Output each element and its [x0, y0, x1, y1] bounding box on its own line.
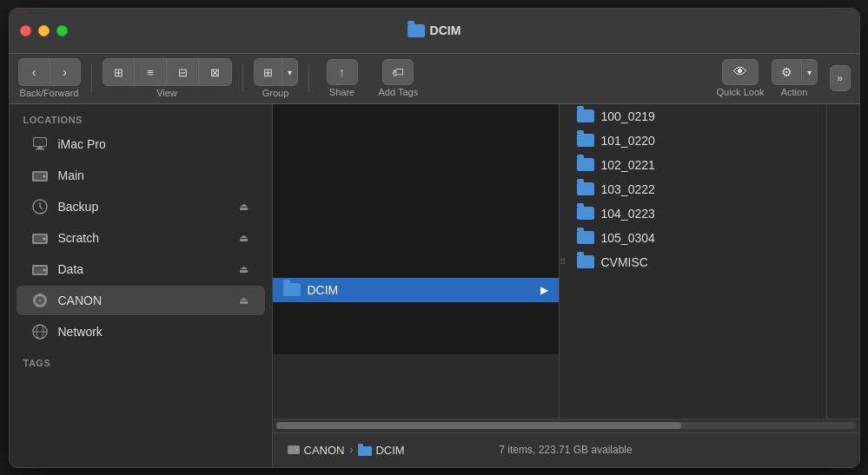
- tag-icon: 🏷: [392, 65, 404, 79]
- quicklook-label: Quick Look: [716, 87, 764, 97]
- breadcrumb: CANON › DCIM: [287, 443, 468, 457]
- breadcrumb-separator: ›: [349, 444, 353, 456]
- view-label: View: [156, 88, 177, 98]
- column-item-103_0222[interactable]: 103_0222: [567, 177, 826, 201]
- folder-name-105: 105_0304: [601, 231, 816, 245]
- column-item-102_0221[interactable]: 102_0221: [567, 153, 826, 177]
- columns-area: DCIM ▶ 100_0219 101_0220: [273, 104, 859, 467]
- nav-buttons: ‹ ›: [18, 58, 81, 86]
- svg-point-12: [43, 237, 45, 240]
- scratch-icon: [30, 228, 50, 247]
- column-item-105_0304[interactable]: 105_0304: [567, 226, 826, 250]
- preview-area: [273, 104, 559, 278]
- forward-icon: ›: [63, 65, 67, 79]
- folder-icon-103: [577, 182, 594, 196]
- action-label: Action: [781, 87, 808, 97]
- dcim-name: DCIM: [308, 283, 540, 297]
- finder-window: DCIM ‹ › Back/Forward ⊞: [9, 8, 860, 468]
- svg-line-9: [40, 207, 43, 209]
- breadcrumb-canon-label: CANON: [304, 444, 345, 457]
- sidebar-label-main: Main: [58, 168, 251, 182]
- sidebar-label-imac: iMac Pro: [58, 137, 251, 151]
- icon-view-button[interactable]: ⊞: [103, 59, 135, 85]
- title-folder-icon: [407, 24, 425, 37]
- view-buttons: ⊞ ≡ ⊟ ⊠: [103, 58, 232, 86]
- more-icon: »: [837, 72, 843, 84]
- column-item-cvmisc[interactable]: CVMISC: [567, 250, 826, 274]
- svg-rect-25: [358, 446, 372, 456]
- addtags-button[interactable]: 🏷: [382, 59, 414, 85]
- forward-button[interactable]: ›: [50, 58, 81, 86]
- action-button[interactable]: ⚙: [772, 59, 802, 85]
- share-button[interactable]: ↑: [327, 59, 358, 85]
- column-view-icon: ⊟: [178, 66, 188, 79]
- gear-icon: ⚙: [781, 65, 792, 79]
- separator-2: [242, 64, 243, 92]
- column-item-104_0223[interactable]: 104_0223: [567, 201, 826, 226]
- sidebar-item-imac-pro[interactable]: iMac Pro: [17, 129, 265, 159]
- svg-rect-26: [358, 444, 363, 447]
- dcim-arrow: ▶: [540, 284, 548, 296]
- svg-point-19: [39, 294, 41, 296]
- traffic-lights: [20, 25, 68, 36]
- minimize-button[interactable]: [38, 25, 50, 36]
- breadcrumb-canon[interactable]: CANON: [287, 443, 345, 457]
- column-item-dcim[interactable]: DCIM ▶: [273, 278, 559, 302]
- scroll-thumb[interactable]: [276, 422, 682, 429]
- folder-icon-cvmisc: [577, 255, 594, 269]
- quicklook-button[interactable]: 👁: [722, 59, 759, 85]
- column-resize-handle[interactable]: [560, 104, 567, 419]
- group-arrow[interactable]: ▾: [282, 59, 297, 85]
- sidebar-label-data: Data: [58, 262, 237, 276]
- sidebar-item-backup[interactable]: Backup ⏏: [17, 192, 265, 221]
- breadcrumb-drive-icon: [287, 443, 301, 457]
- network-icon: [30, 322, 50, 341]
- action-section: ⚙ ▾: [772, 59, 818, 85]
- group-icon: ⊞: [263, 66, 273, 79]
- eject-backup-button[interactable]: ⏏: [237, 200, 251, 214]
- folder-icon-105: [577, 231, 594, 245]
- svg-point-6: [43, 175, 45, 177]
- data-icon: [30, 260, 50, 279]
- folder-icon-102: [577, 158, 594, 172]
- tags-header: Tags: [10, 347, 272, 372]
- share-section: ↑ Share: [320, 56, 365, 101]
- sidebar-item-data[interactable]: Data ⏏: [17, 254, 265, 284]
- close-button[interactable]: [20, 25, 31, 36]
- more-button[interactable]: »: [830, 65, 851, 91]
- status-bar-text: 7 items, 223.71 GB available: [475, 444, 657, 456]
- separator-3: [308, 64, 309, 92]
- gallery-view-icon: ⊠: [210, 66, 220, 79]
- folder-name-102: 102_0221: [601, 158, 816, 172]
- eject-canon-button[interactable]: ⏏: [237, 294, 251, 307]
- dcim-folder-icon: [283, 283, 301, 297]
- breadcrumb-folder-icon: [358, 444, 372, 456]
- maximize-button[interactable]: [56, 25, 68, 36]
- column-view-button[interactable]: ⊟: [168, 59, 199, 85]
- group-button[interactable]: ⊞ ▾: [254, 58, 298, 86]
- eject-scratch-button[interactable]: ⏏: [237, 231, 251, 245]
- list-view-button[interactable]: ≡: [136, 59, 167, 85]
- sidebar-item-canon[interactable]: CANON ⏏: [17, 286, 265, 315]
- svg-point-24: [295, 449, 297, 451]
- eject-data-button[interactable]: ⏏: [237, 262, 251, 276]
- breadcrumb-dcim-label: DCIM: [375, 444, 404, 457]
- breadcrumb-dcim[interactable]: DCIM: [358, 444, 404, 457]
- canon-icon: [30, 291, 50, 310]
- main-content: Locations iMac Pro Main Backup: [10, 104, 859, 467]
- folder-name-100: 100_0219: [601, 109, 816, 123]
- action-arrow-button[interactable]: ▾: [802, 59, 818, 85]
- column-item-100_0219[interactable]: 100_0219: [567, 104, 826, 129]
- back-button[interactable]: ‹: [18, 58, 50, 86]
- sidebar-item-scratch[interactable]: Scratch ⏏: [17, 223, 265, 253]
- gallery-view-button[interactable]: ⊠: [200, 59, 231, 85]
- column-item-101_0220[interactable]: 101_0220: [567, 129, 826, 153]
- column-1: DCIM ▶: [273, 104, 560, 419]
- locations-header: Locations: [10, 104, 272, 129]
- sidebar-item-main[interactable]: Main: [17, 161, 265, 190]
- sidebar-item-network[interactable]: Network: [17, 317, 265, 346]
- group-main[interactable]: ⊞: [255, 59, 282, 85]
- share-icon: ↑: [339, 65, 345, 79]
- horizontal-scrollbar[interactable]: [273, 419, 859, 432]
- sidebar-label-scratch: Scratch: [58, 231, 237, 245]
